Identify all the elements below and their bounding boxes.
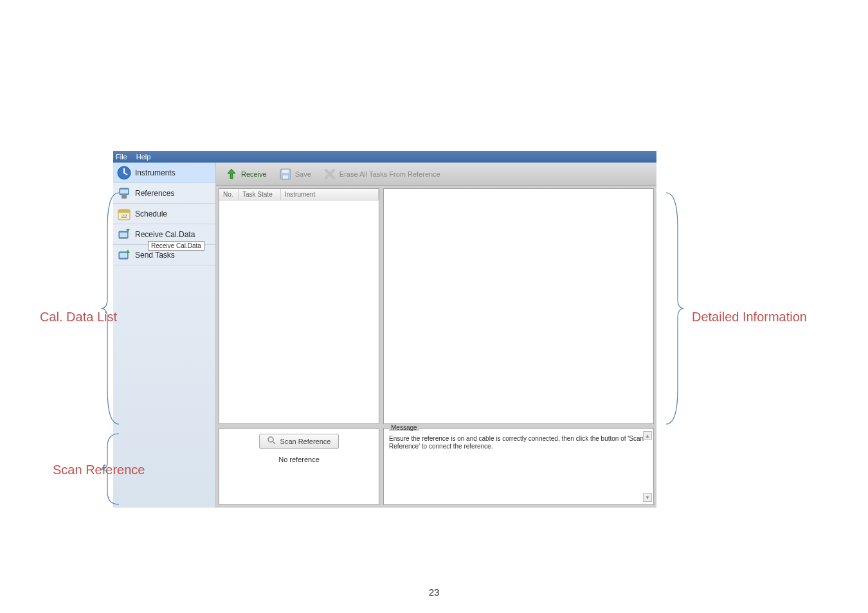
scroll-up-button[interactable]: ▲ xyxy=(643,431,652,440)
scan-status: No reference xyxy=(278,456,320,463)
page-number: 23 xyxy=(429,587,440,598)
app-body: Instruments References 22 Schedule Recei… xyxy=(113,163,656,508)
svg-point-14 xyxy=(268,437,273,442)
erase-icon xyxy=(323,167,337,181)
sidebar-item-schedule[interactable]: 22 Schedule xyxy=(113,204,215,224)
toolbar-label: Save xyxy=(295,170,311,178)
upper-panes: No. Task State Instrument xyxy=(219,188,654,424)
sidebar: Instruments References 22 Schedule Recei… xyxy=(113,163,216,508)
cal-data-list-pane: No. Task State Instrument xyxy=(219,188,379,424)
scroll-down-button[interactable]: ▼ xyxy=(643,493,652,502)
svg-line-15 xyxy=(273,441,275,444)
list-header: No. Task State Instrument xyxy=(219,189,379,200)
brace-left-lower xyxy=(100,431,125,508)
message-legend: Message xyxy=(389,424,419,431)
save-icon xyxy=(278,167,293,181)
instruments-icon xyxy=(117,166,131,180)
sidebar-tooltip: Receive Cal.Data xyxy=(148,241,204,251)
receive-button[interactable]: Receive xyxy=(220,164,271,184)
col-no[interactable]: No. xyxy=(219,189,239,200)
receive-icon xyxy=(224,167,239,181)
erase-button[interactable]: Erase All Tasks From Reference xyxy=(318,164,445,184)
brace-left-upper xyxy=(100,190,125,427)
svg-rect-12 xyxy=(282,170,289,173)
sidebar-item-instruments[interactable]: Instruments xyxy=(113,163,215,183)
col-instrument[interactable]: Instrument xyxy=(281,189,379,200)
annotation-scan-reference: Scan Reference xyxy=(53,463,145,477)
content: No. Task State Instrument Scan Ref xyxy=(216,186,656,508)
svg-rect-13 xyxy=(283,175,288,179)
col-taskstate[interactable]: Task State xyxy=(239,189,281,200)
scan-reference-pane: Scan Reference No reference xyxy=(219,428,379,505)
sidebar-item-label: Schedule xyxy=(135,209,167,218)
menu-file[interactable]: File xyxy=(116,153,127,161)
detail-pane xyxy=(383,188,654,424)
sidebar-item-label: Send Tasks xyxy=(135,251,175,260)
sidebar-item-references[interactable]: References xyxy=(113,183,215,204)
save-button[interactable]: Save xyxy=(274,164,316,184)
scan-reference-button[interactable]: Scan Reference xyxy=(259,434,339,449)
scan-button-label: Scan Reference xyxy=(280,438,331,445)
message-text: Ensure the reference is on and cable is … xyxy=(389,435,648,450)
sidebar-item-receive-caldata[interactable]: Receive Cal.Data Receive Cal.Data xyxy=(113,224,215,245)
message-pane: Message Ensure the reference is on and c… xyxy=(383,428,654,505)
annotation-detailed-info: Detailed Information xyxy=(692,310,807,324)
magnifier-icon xyxy=(267,436,276,447)
sidebar-item-label: Instruments xyxy=(135,168,176,177)
sidebar-item-label: References xyxy=(135,189,174,198)
menubar: File Help xyxy=(113,151,656,163)
app-window: File Help Instruments References 22 Sche xyxy=(113,151,656,508)
toolbar-label: Erase All Tasks From Reference xyxy=(339,170,440,178)
brace-right xyxy=(660,190,685,427)
menu-help[interactable]: Help xyxy=(136,153,151,161)
toolbar: Receive Save Erase All Tasks From Refere… xyxy=(216,163,656,186)
toolbar-label: Receive xyxy=(241,170,267,178)
sidebar-item-label: Receive Cal.Data xyxy=(135,230,195,239)
lower-panes: Scan Reference No reference Message Ensu… xyxy=(219,428,654,505)
main-area: Receive Save Erase All Tasks From Refere… xyxy=(216,163,656,508)
